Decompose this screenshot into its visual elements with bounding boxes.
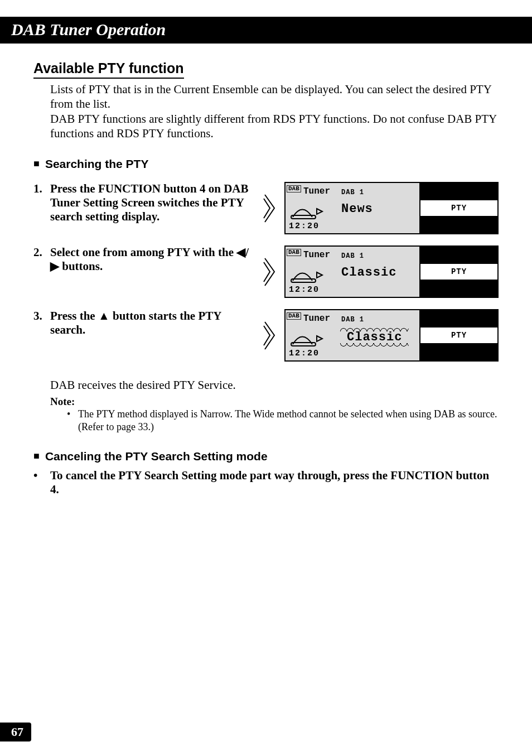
lcd-dab-logo-icon <box>290 203 329 220</box>
pointer-arrow-icon <box>262 320 279 351</box>
lcd-pty-button-3: PTY <box>420 328 497 344</box>
lcd-right-panel-3: PTY <box>419 310 497 360</box>
chapter-title-bar: DAB Tuner Operation <box>0 17 532 44</box>
section-heading: Available PTY function <box>33 60 184 79</box>
lcd-illustration-3: DAB Tuner DAB 1 Classic 12:20 PTY <box>262 309 499 362</box>
step-row-2: 2. Select one from among PTY with the ◀/… <box>33 245 499 298</box>
lcd-display-2: DAB Tuner DAB 1 Classic 12:20 PTY <box>284 245 499 298</box>
lcd-dab-logo-icon <box>290 267 329 283</box>
lcd-tuner-label: Tuner <box>303 186 330 196</box>
left-triangle-icon: ◀ <box>236 245 245 259</box>
bullet-dot: • <box>67 408 78 433</box>
lcd-time-3: 12:20 <box>289 349 320 358</box>
square-bullet-icon: ■ <box>33 450 40 461</box>
lcd-display-1: DAB Tuner DAB 1 News 12:20 PTY <box>284 182 499 234</box>
lcd-display-3: DAB Tuner DAB 1 Classic 12:20 PTY <box>284 309 499 362</box>
step-3-number: 3. <box>33 309 50 337</box>
lcd-time-2: 12:20 <box>289 285 320 295</box>
page-number: 67 <box>0 723 31 741</box>
step-3-text: 3. Press the ▲ button starts the PTY sea… <box>33 309 251 337</box>
lcd-dab-badge: DAB <box>287 249 301 256</box>
manual-page: DAB Tuner Operation Available PTY functi… <box>0 0 532 756</box>
searching-pty-heading: ■Searching the PTY <box>33 157 499 171</box>
lcd-main-text-2: Classic <box>341 266 396 280</box>
lcd-dab-badge: DAB <box>287 185 301 192</box>
lcd-band-label: DAB 1 <box>341 316 364 324</box>
step-row-1: 1. Press the FUNCTION button 4 on DAB Tu… <box>33 182 499 234</box>
lcd-tuner-label: Tuner <box>303 314 330 324</box>
up-triangle-icon: ▲ <box>98 309 110 322</box>
step-1-text: 1. Press the FUNCTION button 4 on DAB Tu… <box>33 182 251 224</box>
lcd-pty-button-1: PTY <box>420 200 497 216</box>
step-1-number: 1. <box>33 182 50 224</box>
step-2-number: 2. <box>33 245 50 273</box>
pointer-arrow-icon <box>262 257 279 287</box>
intro-paragraph-2: DAB PTY functions are slightly different… <box>50 112 499 141</box>
lcd-dab-logo-icon <box>290 330 329 347</box>
lcd-band-label: DAB 1 <box>341 252 364 260</box>
lcd-pty-button-2: PTY <box>420 264 497 280</box>
square-bullet-icon: ■ <box>33 158 40 169</box>
intro-paragraph-1: Lists of PTY that is in the Current Ense… <box>50 82 499 112</box>
note-body: • The PTY method displayed is Narrow. Th… <box>67 408 499 433</box>
step-row-3: 3. Press the ▲ button starts the PTY sea… <box>33 309 499 362</box>
lcd-illustration-2: DAB Tuner DAB 1 Classic 12:20 PTY <box>262 245 499 298</box>
lcd-main-text-3: Classic <box>341 329 408 345</box>
step-1-body: Press the FUNCTION button 4 on DAB Tuner… <box>50 182 251 224</box>
lcd-main-text-1: News <box>341 202 373 216</box>
step-2-body: Select one from among PTY with the ◀/▶ b… <box>50 245 251 273</box>
available-pty-section: Available PTY function Lists of PTY that… <box>33 60 499 141</box>
cancel-step-text: To cancel the PTY Search Setting mode pa… <box>50 469 499 497</box>
lcd-time-1: 12:20 <box>289 221 320 231</box>
canceling-heading: ■Canceling the PTY Search Setting mode <box>33 450 499 463</box>
note-text: The PTY method displayed is Narrow. The … <box>78 408 499 433</box>
pointer-arrow-icon <box>262 193 279 224</box>
lcd-right-panel-1: PTY <box>419 183 497 233</box>
lcd-main-wavy-highlight: Classic <box>341 329 408 345</box>
note-label: Note: <box>50 396 499 408</box>
lcd-tuner-label: Tuner <box>303 250 330 260</box>
cancel-bullet: • <box>33 469 50 497</box>
step-3-body: Press the ▲ button starts the PTY search… <box>50 309 251 337</box>
lcd-band-label: DAB 1 <box>341 189 364 196</box>
right-triangle-icon: ▶ <box>50 259 59 273</box>
chapter-title: DAB Tuner Operation <box>11 20 166 38</box>
lcd-illustration-1: DAB Tuner DAB 1 News 12:20 PTY <box>262 182 499 234</box>
receives-line: DAB receives the desired PTY Service. <box>50 378 499 392</box>
cancel-step: • To cancel the PTY Search Setting mode … <box>33 469 499 497</box>
lcd-right-panel-2: PTY <box>419 247 497 297</box>
step-2-text: 2. Select one from among PTY with the ◀/… <box>33 245 251 273</box>
lcd-dab-badge: DAB <box>287 312 301 320</box>
